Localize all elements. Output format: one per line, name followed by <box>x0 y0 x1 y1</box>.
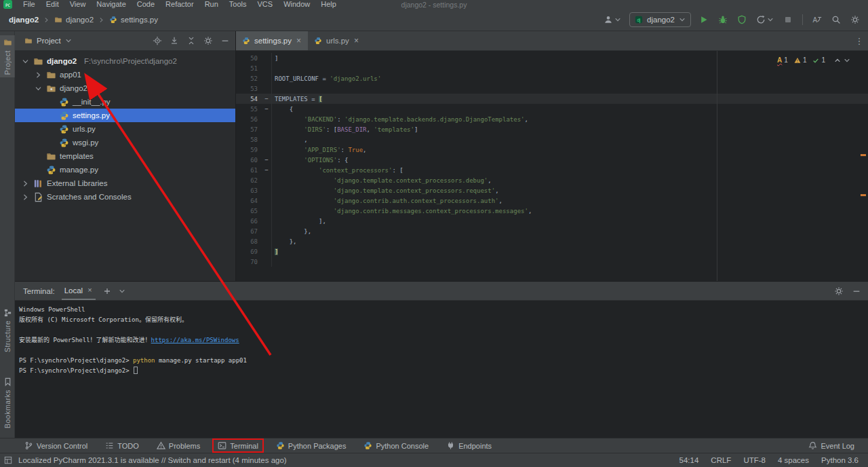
code-line-65[interactable]: 65 'django.contrib.messages.context_proc… <box>236 206 868 216</box>
status-message[interactable]: Localized PyCharm 2021.3.1 is available … <box>18 456 287 464</box>
code-line-64[interactable]: 64 'django.contrib.auth.context_processo… <box>236 195 868 206</box>
terminal-tab-local[interactable]: Local × <box>62 282 96 300</box>
stop-button[interactable] <box>782 14 794 26</box>
stripe-button-project[interactable]: Project <box>0 35 15 77</box>
collapse-all-icon[interactable] <box>186 36 196 45</box>
editor-tab-urls-py[interactable]: urls.py× <box>308 31 366 50</box>
tree-item-settings-py[interactable]: settings.py <box>15 109 235 122</box>
toolwindow-button-terminal[interactable]: Terminal <box>214 440 262 451</box>
tab-options-icon[interactable]: ⋮ <box>850 31 868 50</box>
code-line-63[interactable]: 63 'django.template.context_processors.r… <box>236 185 868 195</box>
search-everywhere-button[interactable] <box>830 14 842 26</box>
toolwindow-button-event-log[interactable]: Event Log <box>804 440 859 451</box>
run-with-coverage-button[interactable] <box>736 14 748 26</box>
chevron-right-icon[interactable] <box>20 193 30 201</box>
status-item-python-3-6[interactable]: Python 3.6 <box>821 456 859 464</box>
hide-panel-icon[interactable] <box>220 36 230 45</box>
code-line-56[interactable]: 56 'BACKEND': 'django.template.backends.… <box>236 114 868 124</box>
code-line-51[interactable]: 51 <box>236 63 868 73</box>
menu-file[interactable]: File <box>18 0 41 9</box>
debug-button[interactable] <box>717 14 729 26</box>
breadcrumb-settings-py[interactable]: settings.py <box>107 14 160 25</box>
code-line-69[interactable]: 69] <box>236 246 868 257</box>
code-line-58[interactable]: 58 , <box>236 134 868 145</box>
warning-indicator[interactable]: 1 <box>794 56 807 64</box>
editor-tab-settings-py[interactable]: settings.py× <box>236 31 308 50</box>
tree-item-django2[interactable]: django2F:\synchro\Project\django2 <box>15 54 235 68</box>
toolwindow-button-version-control[interactable]: Version Control <box>20 440 92 451</box>
profiler-button[interactable] <box>755 14 775 26</box>
tree-item-templates[interactable]: templates <box>15 149 235 163</box>
tree-item-app01[interactable]: app01 <box>15 68 235 81</box>
tree-item-manage-py[interactable]: manage.py <box>15 163 235 176</box>
toolwindow-button-problems[interactable]: Problems <box>153 440 204 451</box>
editor-scrollbar[interactable] <box>859 51 868 281</box>
tree-item-external-libraries[interactable]: External Libraries <box>15 176 235 190</box>
toolwindow-button-python-packages[interactable]: Python Packages <box>272 440 351 451</box>
code-line-70[interactable]: 70 <box>236 257 868 267</box>
code-line-53[interactable]: 53 <box>236 83 868 94</box>
new-terminal-session-icon[interactable] <box>102 286 112 296</box>
status-item-crlf[interactable]: CRLF <box>711 456 731 464</box>
tree-item-init-py[interactable]: __init__.py <box>15 95 235 109</box>
chevron-right-icon[interactable] <box>20 179 30 187</box>
next-problem-icon[interactable] <box>844 57 850 64</box>
stripe-button-structure[interactable]: Structure <box>0 305 15 355</box>
toolwindow-switcher-icon[interactable] <box>4 456 12 464</box>
close-icon[interactable]: × <box>87 286 92 294</box>
previous-problem-icon[interactable] <box>834 57 841 64</box>
fold-marker-icon[interactable]: − <box>262 155 272 165</box>
code-line-67[interactable]: 67 }, <box>236 226 868 236</box>
menu-window[interactable]: Window <box>278 0 315 9</box>
code-line-55[interactable]: 55− { <box>236 104 868 114</box>
settings-button[interactable] <box>849 14 861 26</box>
chevron-down-icon[interactable] <box>20 57 30 65</box>
chevron-right-icon[interactable] <box>33 71 43 79</box>
code-line-61[interactable]: 61− 'context_processors': [ <box>236 165 868 175</box>
chevron-down-icon[interactable] <box>119 288 125 295</box>
tree-item-wsgi-py[interactable]: wsgi.py <box>15 136 235 149</box>
gear-icon[interactable] <box>203 36 213 45</box>
toolwindow-button-endpoints[interactable]: Endpoints <box>442 440 496 451</box>
fold-marker-icon[interactable]: − <box>262 104 272 114</box>
close-icon[interactable]: × <box>296 37 302 45</box>
typo-indicator[interactable]: A1 <box>777 56 788 64</box>
breadcrumb-django2[interactable]: django2 <box>52 14 96 25</box>
ok-indicator[interactable]: 1 <box>812 56 825 64</box>
toolwindow-button-todo[interactable]: TODO <box>101 440 143 451</box>
menu-tools[interactable]: Tools <box>224 0 252 9</box>
breadcrumb-django2[interactable]: django2 <box>7 14 41 25</box>
terminal-output[interactable]: Windows PowerShell版权所有 (C) Microsoft Cor… <box>15 301 868 438</box>
close-icon[interactable]: × <box>353 37 359 45</box>
menu-run[interactable]: Run <box>199 0 224 9</box>
translate-button[interactable]: A <box>811 14 823 26</box>
code-line-59[interactable]: 59 'APP_DIRS': True, <box>236 145 868 155</box>
run-configuration-select[interactable]: dj django2 <box>629 12 691 27</box>
code-line-66[interactable]: 66 ], <box>236 216 868 226</box>
run-button[interactable] <box>698 14 710 26</box>
status-item-4-spaces[interactable]: 4 spaces <box>778 456 809 464</box>
stripe-button-bookmarks[interactable]: Bookmarks <box>0 375 15 431</box>
code-editor[interactable]: 50]5152ROOT_URLCONF = 'django2.urls'5354… <box>236 51 868 281</box>
code-line-68[interactable]: 68 }, <box>236 236 868 246</box>
menu-code[interactable]: Code <box>132 0 160 9</box>
fold-marker-icon[interactable]: − <box>262 94 272 104</box>
scroll-from-source-icon[interactable] <box>170 36 179 45</box>
hide-panel-icon[interactable] <box>852 286 861 296</box>
tree-item-django2[interactable]: django2 <box>15 81 235 95</box>
menu-edit[interactable]: Edit <box>41 0 64 9</box>
code-line-52[interactable]: 52ROOT_URLCONF = 'django2.urls' <box>236 73 868 83</box>
code-line-57[interactable]: 57 'DIRS': [BASE_DIR, 'templates'] <box>236 124 868 134</box>
code-with-me-button[interactable] <box>602 14 623 26</box>
menu-refactor[interactable]: Refactor <box>160 0 199 9</box>
code-line-50[interactable]: 50] <box>236 53 868 63</box>
menu-view[interactable]: View <box>64 0 92 9</box>
terminal-link[interactable]: https://aka.ms/PSWindows <box>151 337 239 343</box>
menu-navigate[interactable]: Navigate <box>91 0 131 9</box>
gear-icon[interactable] <box>834 286 844 296</box>
chevron-down-icon[interactable] <box>33 84 43 92</box>
code-line-62[interactable]: 62 'django.template.context_processors.d… <box>236 175 868 185</box>
project-panel-title-group[interactable]: Project <box>24 37 72 45</box>
code-line-60[interactable]: 60− 'OPTIONS': { <box>236 155 868 165</box>
status-item-utf-8[interactable]: UTF-8 <box>743 456 766 464</box>
